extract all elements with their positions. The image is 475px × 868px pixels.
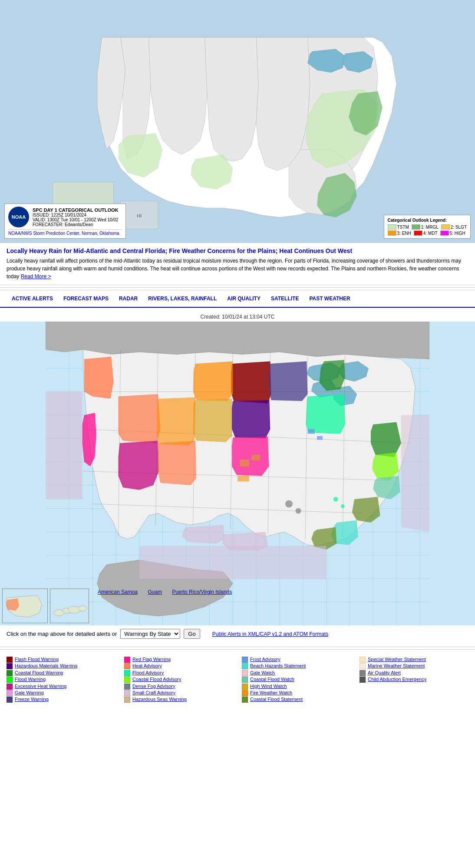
headline-section: Locally Heavy Rain for Mid-Atlantic and … <box>0 243 475 285</box>
hazardous-seas-link[interactable]: Hazardous Seas Warning <box>132 696 187 703</box>
legend-frost-advisory: Frost Advisory <box>242 656 351 663</box>
alerts-map[interactable]: American Samoa Guam Puerto Rico/Virgin I… <box>0 322 475 625</box>
headline-title[interactable]: Locally Heavy Rain for Mid-Atlantic and … <box>7 247 468 254</box>
map-controls: Click on the map above for detailed aler… <box>0 625 475 642</box>
nav-forecast-maps[interactable]: FORECAST MAPS <box>58 294 114 303</box>
hawaii-inset <box>50 589 89 623</box>
gale-warn-color <box>7 690 13 696</box>
excessive-heat-link[interactable]: Excessive Heat Warning <box>15 683 66 690</box>
marine-link[interactable]: Marine Weather Statement <box>368 663 425 669</box>
air-quality-color <box>360 670 366 676</box>
legend-row-2: 3: ENH 4: MDT 5: HIGH <box>388 230 467 236</box>
special-weather-link[interactable]: Special Weather Statement <box>368 656 426 663</box>
spc-issued: ISSUED: 1225Z 10/01/2024 <box>33 213 119 217</box>
legend-enh: 3: ENH <box>388 230 411 236</box>
gale-watch-color <box>242 670 248 676</box>
territory-links: American Samoa Guam Puerto Rico/Virgin I… <box>98 589 232 595</box>
hazardous-seas-color <box>124 697 130 703</box>
nav-radar[interactable]: RADAR <box>114 294 143 303</box>
small-craft-link[interactable]: Small Craft Advisory <box>132 690 175 696</box>
coastal-flood-warn-link[interactable]: Coastal Flood Warning <box>15 670 63 676</box>
legend-col4: Special Weather Statement Marine Weather… <box>360 656 468 703</box>
gale-warn-link[interactable]: Gale Warning <box>15 690 44 696</box>
legend-coastal-flood-watch: Coastal Flood Watch <box>242 676 351 683</box>
legend-col2: Red Flag Warning Heat Advisory Flood Adv… <box>124 656 233 703</box>
heat-advisory-color <box>124 663 130 669</box>
marine-color <box>360 663 366 669</box>
coastal-flood-watch-link[interactable]: Coastal Flood Watch <box>250 676 294 683</box>
svg-point-51 <box>341 504 345 508</box>
legend-col1: Flash Flood Warning Hazardous Materials … <box>7 656 115 703</box>
high-wind-watch-color <box>242 684 248 690</box>
frost-advisory-color <box>242 657 248 663</box>
nav-past-weather[interactable]: PAST WEATHER <box>304 294 355 303</box>
legend-grid: Flash Flood Warning Hazardous Materials … <box>7 656 468 703</box>
coastal-flood-warn-color <box>7 670 13 676</box>
legend-col3: Frost Advisory Beach Hazards Statement G… <box>242 656 351 703</box>
air-quality-link[interactable]: Air Quality Alert <box>368 670 401 676</box>
svg-text:HI: HI <box>137 213 142 218</box>
legend-row: TSTM 1: MRGL 2: SLGT <box>388 224 467 230</box>
public-alerts-link[interactable]: Public Alerts in XML/CAP v1.2 and ATOM F… <box>212 631 328 637</box>
gale-watch-link[interactable]: Gale Watch <box>250 670 275 676</box>
hazmat-link[interactable]: Hazardous Materials Warning <box>15 663 77 669</box>
spc-title: SPC DAY 1 CATEGORICAL OUTLOOK <box>33 207 119 213</box>
nav-bar: ACTIVE ALERTS FORECAST MAPS RADAR RIVERS… <box>0 290 475 308</box>
svg-rect-49 <box>238 476 249 481</box>
legend-freeze-warn: Freeze Warning <box>7 696 115 703</box>
svg-point-59 <box>78 606 87 611</box>
guam-link[interactable]: Guam <box>148 589 162 595</box>
american-samoa-link[interactable]: American Samoa <box>98 589 138 595</box>
svg-point-45 <box>285 500 293 507</box>
legend-excessive-heat: Excessive Heat Warning <box>7 683 115 690</box>
go-button[interactable]: Go <box>184 629 200 639</box>
heat-advisory-link[interactable]: Heat Advisory <box>132 663 162 669</box>
nav-satellite[interactable]: SATELLITE <box>266 294 304 303</box>
spc-valid: VALID: 1300Z Tue 10/01 - 1200Z Wed 10/02 <box>33 217 119 222</box>
flash-flood-link[interactable]: Flash Flood Warning <box>15 656 59 663</box>
legend-hazmat: Hazardous Materials Warning <box>7 663 115 669</box>
legend-flash-flood: Flash Flood Warning <box>7 656 115 663</box>
fire-weather-watch-link[interactable]: Fire Weather Watch <box>250 690 292 696</box>
flood-advisory-link[interactable]: Flood Advisory <box>132 670 164 676</box>
legend-title: Categorical Outlook Legend: <box>388 218 467 223</box>
svg-rect-52 <box>308 429 315 434</box>
dense-fog-link[interactable]: Dense Fog Advisory <box>132 683 175 690</box>
legend-special-weather: Special Weather Statement <box>360 656 468 663</box>
warnings-by-state-dropdown[interactable]: Warnings By State Alabama Alaska Arizona… <box>120 629 180 639</box>
high-wind-watch-link[interactable]: High Wind Watch <box>250 683 287 690</box>
spc-info-box: NOAA SPC DAY 1 CATEGORICAL OUTLOOK ISSUE… <box>4 204 126 239</box>
puerto-rico-link[interactable]: Puerto Rico/Virgin Islands <box>172 589 232 595</box>
beach-hazards-color <box>242 663 248 669</box>
nav-rivers[interactable]: RIVERS, LAKES, RAINFALL <box>143 294 222 303</box>
coastal-stmt-link[interactable]: Coastal Flood Statement <box>250 696 303 703</box>
flood-warn-color <box>7 677 13 683</box>
alaska-inset <box>2 589 48 623</box>
legend-slgt: 2: SLGT <box>441 224 467 230</box>
spc-footer: NOAA/NWS Storm Prediction Center, Norman… <box>8 229 122 236</box>
read-more-link[interactable]: Read More > <box>21 273 51 279</box>
map-controls-label: Click on the map above for detailed aler… <box>7 631 117 637</box>
red-flag-link[interactable]: Red Flag Warning <box>132 656 171 663</box>
legend-heat-advisory: Heat Advisory <box>124 663 233 669</box>
legend-air-quality: Air Quality Alert <box>360 670 468 676</box>
beach-hazards-link[interactable]: Beach Hazards Statement <box>250 663 306 669</box>
nav-active-alerts[interactable]: ACTIVE ALERTS <box>7 294 58 303</box>
svg-point-50 <box>333 497 338 502</box>
legend-coastal-flood-warn: Coastal Flood Warning <box>7 670 115 676</box>
frost-advisory-link[interactable]: Frost Advisory <box>250 656 280 663</box>
freeze-warn-link[interactable]: Freeze Warning <box>15 696 49 703</box>
small-craft-color <box>124 690 130 696</box>
svg-point-46 <box>296 508 301 514</box>
child-abduction-link[interactable]: Child Abduction Emergency <box>368 676 426 683</box>
coastal-stmt-color <box>242 697 248 703</box>
hazmat-color <box>7 663 13 669</box>
legend-section: Flash Flood Warning Hazardous Materials … <box>0 649 475 710</box>
coastal-flood-adv-link[interactable]: Coastal Flood Advisory <box>132 676 181 683</box>
legend-gale-watch: Gale Watch <box>242 670 351 676</box>
nav-air-quality[interactable]: AIR QUALITY <box>222 294 266 303</box>
legend-flood-advisory: Flood Advisory <box>124 670 233 676</box>
legend-coastal-stmt: Coastal Flood Statement <box>242 696 351 703</box>
flood-warn-link[interactable]: Flood Warning <box>15 676 46 683</box>
legend-flood-warn: Flood Warning <box>7 676 115 683</box>
